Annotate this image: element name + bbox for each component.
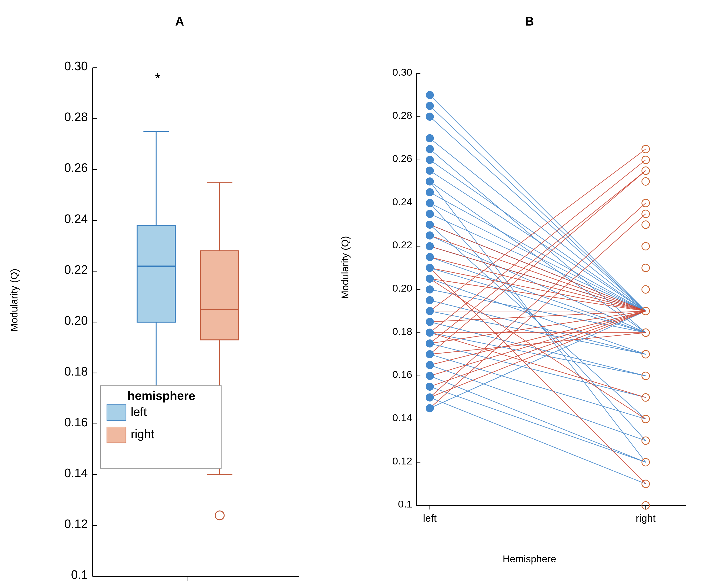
svg-text:0.12: 0.12 [64,517,88,531]
panel-a-chart: 0.1 0.12 0.14 0.16 0.18 0.20 0.22 0.24 0… [45,35,331,586]
svg-text:0.16: 0.16 [64,415,88,429]
svg-point-135 [426,156,434,164]
svg-point-157 [426,394,434,401]
panel-a-y-axis-label: Modularity (Q) [8,303,20,332]
svg-line-122 [430,171,646,354]
svg-text:left: left [423,512,437,524]
svg-line-99 [430,376,646,462]
main-container: A Modularity (Q) Threshold [0,0,728,586]
svg-text:0.28: 0.28 [392,109,412,121]
svg-rect-42 [107,405,126,421]
svg-line-75 [430,106,646,311]
svg-line-124 [430,149,646,311]
svg-line-96 [430,343,646,397]
svg-point-173 [642,286,650,293]
svg-point-154 [426,361,434,369]
panel-a: A Modularity (Q) Threshold [14,14,345,567]
svg-text:0.24: 0.24 [64,212,88,226]
panel-b: B Modularity (Q) Hemisphere 0.1 0 [345,14,714,567]
svg-line-98 [430,365,646,441]
svg-point-156 [426,383,434,390]
svg-text:0.26: 0.26 [392,153,412,164]
svg-rect-35 [201,251,239,340]
svg-point-146 [426,275,434,282]
svg-text:0.20: 0.20 [64,314,88,327]
svg-text:0.1: 0.1 [398,498,412,510]
svg-line-79 [430,160,646,311]
panel-b-x-axis-label: Hemisphere [503,553,556,565]
svg-line-114 [430,268,646,311]
svg-point-149 [426,307,434,315]
svg-point-148 [426,297,434,304]
svg-line-121 [430,171,646,343]
svg-text:0.16: 0.16 [392,369,412,380]
svg-line-77 [430,138,646,311]
svg-line-123 [430,160,646,333]
svg-point-177 [642,178,650,185]
svg-text:0.20: 0.20 [392,282,412,294]
svg-line-112 [430,311,646,376]
svg-point-140 [426,210,434,218]
svg-text:left: left [131,405,147,418]
panel-b-chart: 0.1 0.12 0.14 0.16 0.18 0.20 0.22 0.24 0… [376,35,700,543]
svg-line-97 [430,354,646,419]
svg-point-136 [426,167,434,175]
svg-point-145 [426,264,434,272]
svg-line-109 [430,311,646,343]
svg-line-118 [430,225,646,311]
svg-text:0.18: 0.18 [64,365,88,378]
svg-text:0.28: 0.28 [64,110,88,124]
svg-point-133 [426,134,434,142]
svg-line-107 [430,311,646,322]
svg-line-105 [430,181,646,462]
svg-point-130 [426,91,434,99]
svg-point-134 [426,145,434,153]
svg-point-150 [426,318,434,326]
svg-line-101 [430,398,646,484]
svg-point-137 [426,178,434,185]
svg-text:0.30: 0.30 [392,67,412,78]
svg-text:0.22: 0.22 [392,239,412,250]
svg-point-39 [215,511,224,520]
svg-text:right: right [635,512,655,524]
svg-point-152 [426,339,434,347]
svg-point-138 [426,188,434,196]
svg-text:hemisphere: hemisphere [128,389,196,403]
svg-point-142 [426,232,434,239]
svg-text:0.24: 0.24 [392,196,412,207]
svg-point-174 [642,264,650,272]
svg-rect-28 [137,225,175,322]
svg-line-120 [430,311,646,397]
svg-line-102 [430,311,646,408]
svg-text:0.12: 0.12 [392,455,412,466]
svg-point-131 [426,102,434,110]
svg-text:0.22: 0.22 [64,263,88,276]
svg-text:all: all [182,585,194,586]
svg-point-141 [426,221,434,228]
svg-point-151 [426,329,434,336]
svg-line-82 [430,192,646,311]
panel-b-label: B [345,14,714,28]
svg-point-153 [426,351,434,358]
svg-point-139 [426,199,434,207]
svg-point-175 [642,243,650,250]
svg-point-132 [426,113,434,120]
panel-b-y-axis-label: Modularity (Q) [339,271,351,299]
svg-text:right: right [131,427,154,441]
svg-point-158 [426,404,434,412]
svg-rect-44 [107,427,126,443]
svg-point-144 [426,253,434,261]
svg-text:0.14: 0.14 [64,466,88,480]
svg-line-76 [430,117,646,311]
svg-line-111 [430,311,646,365]
panel-a-label: A [14,14,345,28]
svg-point-176 [642,221,650,228]
svg-text:*: * [155,70,160,86]
svg-text:0.14: 0.14 [392,412,412,423]
svg-text:0.1: 0.1 [71,568,88,582]
svg-point-143 [426,243,434,250]
svg-text:0.18: 0.18 [392,326,412,337]
svg-point-147 [426,286,434,293]
svg-text:0.30: 0.30 [64,59,88,73]
svg-line-115 [430,257,646,311]
